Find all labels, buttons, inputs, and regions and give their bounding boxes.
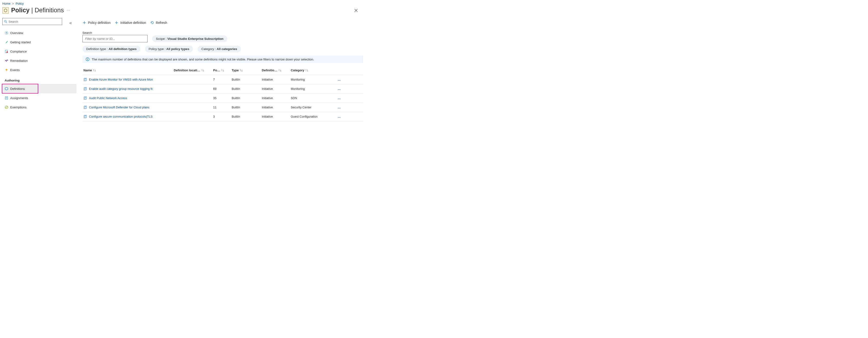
collapse-sidebar-button[interactable] — [69, 22, 72, 25]
add-initiative-definition-button[interactable]: Initiative definition — [115, 21, 146, 25]
table-row: Enable Azure Monitor for VMSS with Azure… — [83, 75, 363, 84]
add-initiative-definition-label: Initiative definition — [120, 21, 146, 25]
svg-rect-29 — [85, 88, 86, 88]
add-policy-definition-label: Policy definition — [88, 21, 111, 25]
col-name[interactable]: Name↑↓ — [83, 69, 174, 72]
row-more-button[interactable]: … — [334, 106, 345, 109]
sidebar-item-label: Overview — [10, 31, 23, 35]
sidebar-item-getting-started[interactable]: Getting started — [1, 37, 76, 47]
page-header: Policy | Definitions ··· — [0, 7, 364, 18]
assignments-icon — [5, 96, 10, 100]
refresh-icon — [150, 21, 154, 25]
row-deftype: Initiative — [262, 115, 291, 118]
sidebar-item-events[interactable]: Events — [1, 65, 76, 74]
definitions-table: Name↑↓ Definition locati…↑↓ Po…↑↓ Type↑↓… — [83, 66, 363, 121]
sidebar-item-label: Exemptions — [10, 106, 27, 109]
svg-rect-0 — [3, 7, 8, 13]
row-name-link[interactable]: Configure Microsoft Defender for Cloud p… — [89, 106, 149, 109]
page-title: Policy | Definitions — [11, 7, 64, 14]
overview-icon — [5, 31, 10, 35]
row-more-button[interactable]: … — [334, 96, 345, 100]
content: Policy definition Initiative definition … — [76, 18, 364, 121]
initiative-icon — [83, 96, 87, 100]
breadcrumb: Home > Policy — [0, 0, 364, 7]
col-policies[interactable]: Po…↑↓ — [213, 69, 231, 72]
filter-poltype-value: All policy types — [166, 47, 189, 51]
filter-category-pill[interactable]: Category : All categories — [197, 45, 241, 52]
sidebar-item-label: Events — [10, 68, 20, 72]
row-deftype: Initiative — [262, 87, 291, 91]
initiative-icon — [83, 87, 87, 91]
sidebar-item-overview[interactable]: Overview — [1, 28, 76, 37]
page-title-bold: Policy — [11, 7, 30, 14]
svg-line-5 — [6, 22, 7, 23]
breadcrumb-home[interactable]: Home — [2, 2, 10, 5]
filter-deftype-value: All definition types — [108, 47, 137, 51]
col-definition-type[interactable]: Definitio…↑↓ — [262, 69, 291, 72]
row-name-link[interactable]: Audit Public Network Access — [89, 96, 127, 100]
svg-point-9 — [6, 52, 8, 53]
sidebar-item-compliance[interactable]: Compliance — [1, 47, 76, 56]
breadcrumb-policy[interactable]: Policy — [16, 2, 24, 5]
row-more-button[interactable]: … — [334, 87, 345, 91]
row-name-link[interactable]: Enable audit category group resource log… — [89, 87, 153, 91]
svg-rect-34 — [84, 106, 87, 108]
table-row: Configure Microsoft Defender for Cloud p… — [83, 103, 363, 112]
row-name-cell: Audit Public Network Access — [83, 96, 174, 100]
svg-rect-32 — [85, 97, 86, 98]
row-category: Guest Configuration — [291, 115, 334, 118]
svg-rect-38 — [85, 115, 86, 116]
breadcrumb-sep: > — [12, 2, 14, 5]
row-deftype: Initiative — [262, 106, 291, 109]
svg-rect-35 — [85, 106, 86, 107]
table-header: Name↑↓ Definition locati…↑↓ Po…↑↓ Type↑↓… — [83, 66, 363, 75]
svg-rect-12 — [5, 97, 8, 99]
table-row: Enable audit category group resource log… — [83, 84, 363, 94]
col-category[interactable]: Category↑↓ — [291, 69, 334, 72]
svg-rect-26 — [85, 78, 86, 79]
command-bar: Policy definition Initiative definition … — [83, 18, 363, 27]
add-policy-definition-button[interactable]: Policy definition — [83, 21, 111, 25]
initiative-icon — [83, 106, 87, 109]
filter-scope-pill[interactable]: Scope : Visual Studio Enterprise Subscri… — [152, 35, 227, 42]
initiative-icon — [83, 78, 87, 81]
svg-marker-11 — [5, 87, 8, 90]
sidebar-item-definitions[interactable]: Definitions — [1, 84, 76, 93]
refresh-label: Refresh — [156, 21, 167, 25]
filter-search-input[interactable] — [83, 35, 148, 42]
filter-policy-type-pill[interactable]: Policy type : All policy types — [145, 45, 193, 52]
sidebar-item-assignments[interactable]: Assignments — [1, 93, 76, 103]
filter-search-label: Search — [83, 31, 363, 34]
row-name-link[interactable]: Enable Azure Monitor for VMSS with Azure… — [89, 78, 153, 81]
row-policies: 11 — [213, 106, 231, 109]
row-more-button[interactable]: … — [334, 78, 345, 81]
sidebar-item-remediation[interactable]: Remediation — [1, 56, 76, 65]
row-more-button[interactable]: … — [334, 115, 345, 118]
row-name-cell: Configure Microsoft Defender for Cloud p… — [83, 106, 174, 109]
row-type: BuiltIn — [231, 78, 262, 81]
close-button[interactable] — [352, 8, 360, 13]
sidebar-search-input[interactable] — [8, 20, 60, 23]
sidebar-search[interactable] — [2, 18, 62, 25]
info-text: The maximum number of definitions that c… — [92, 58, 314, 61]
col-type[interactable]: Type↑↓ — [231, 69, 262, 72]
svg-rect-31 — [84, 97, 87, 99]
header-more-button[interactable]: ··· — [67, 8, 71, 12]
sidebar: Overview Getting started Compliance Reme… — [0, 18, 76, 121]
row-policies: 69 — [213, 87, 231, 91]
svg-rect-37 — [84, 115, 87, 117]
page-title-thin: Definitions — [35, 7, 64, 14]
compliance-icon — [5, 49, 10, 53]
filter-poltype-label: Policy type : — [149, 47, 166, 51]
filter-definition-type-pill[interactable]: Definition type : All definition types — [83, 45, 141, 52]
row-type: BuiltIn — [231, 115, 262, 118]
table-row: Audit Public Network Access35BuiltInInit… — [83, 94, 363, 103]
filter-cat-value: All categories — [217, 47, 237, 51]
sidebar-item-exemptions[interactable]: Exemptions — [1, 103, 76, 112]
row-category: Security Center — [291, 106, 334, 109]
svg-rect-25 — [84, 78, 87, 80]
col-location[interactable]: Definition locati…↑↓ — [174, 69, 213, 72]
refresh-button[interactable]: Refresh — [150, 21, 167, 25]
row-name-link[interactable]: Configure secure communication protocols… — [89, 115, 153, 118]
row-name-cell: Configure secure communication protocols… — [83, 115, 174, 119]
